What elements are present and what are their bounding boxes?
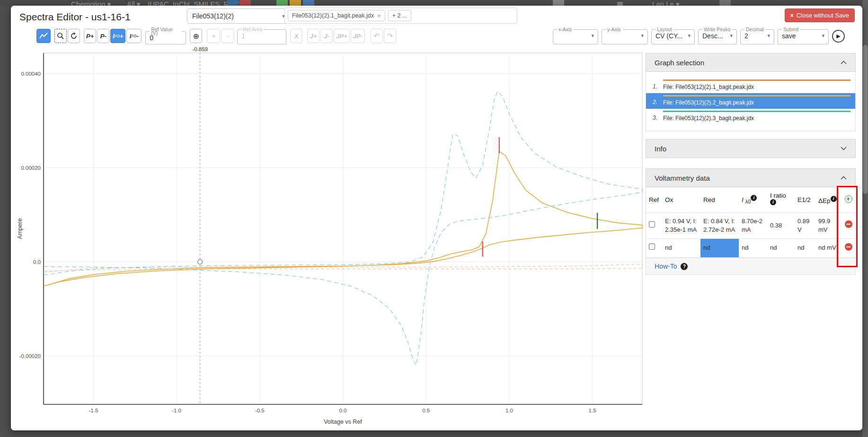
i-lambda0-add-button[interactable]: IΛ0+ (110, 29, 125, 43)
i-lambda0-remove-button[interactable]: IΛ0- (126, 29, 142, 43)
howto-bar: How-To ? (646, 258, 855, 274)
graph-selection-list: 1. File: File053(12)(2).1_bagit.peak.jdx… (646, 72, 856, 131)
ox-cell[interactable]: nd (662, 238, 700, 257)
jp-remove-button[interactable]: JP- (351, 29, 365, 43)
chevron-up-icon (841, 176, 847, 180)
info-header[interactable]: Info (646, 139, 856, 158)
graph-item-3[interactable]: 3. File: File053(12)(2).3_bagit.peak.jdx (646, 109, 855, 124)
i-ratio-cell: nd (767, 238, 795, 257)
right-panel: Graph selection 1. File: File053(12)(2).… (646, 53, 856, 275)
voltammetry-header[interactable]: Voltammetry data (646, 168, 856, 187)
table-row: nd nd nd nd nd nd mV (646, 238, 856, 257)
play-icon: ▶ (836, 33, 840, 39)
svg-text:1.0: 1.0 (505, 408, 513, 413)
col-e-half: E1/2 (795, 187, 815, 212)
spectrum-select[interactable]: File053(12)(2) ▾ (187, 9, 290, 24)
zoom-select-button[interactable] (54, 29, 67, 43)
y-axis-select[interactable]: y-Axis ▾ (602, 27, 648, 44)
ref-checkbox[interactable] (649, 221, 655, 227)
ref-area-input: 1 (241, 32, 245, 40)
delete-icon-button (239, 0, 251, 6)
svg-text:-0.859: -0.859 (192, 46, 208, 52)
i-lambda0-cell[interactable]: 8.70e-2 mA (739, 212, 767, 238)
delta-ep-cell: 99.9 mV (815, 212, 839, 238)
svg-text:-0.00020: -0.00020 (19, 353, 41, 359)
delta-ep-cell: nd mV (815, 238, 839, 257)
more-tabs-button[interactable]: + 2 ... (388, 10, 412, 21)
submit-run-button[interactable]: ▶ (832, 30, 845, 43)
howto-link[interactable]: How-To (655, 262, 677, 270)
red-cell[interactable]: E: 0.84 V, I: 2.72e-2 mA (700, 212, 739, 238)
svg-text:0.0: 0.0 (33, 259, 41, 265)
col-ox: Ox (662, 187, 700, 212)
users-icon-button (553, 0, 564, 6)
submit-select[interactable]: Submit save ▾ (778, 27, 829, 44)
calendar-icon: ▦ (617, 0, 623, 6)
ref-value-field[interactable]: Ref Value (V) 0 (145, 27, 186, 44)
col-i-ratio: I ratio i (767, 187, 795, 212)
info-icon[interactable]: i (831, 196, 837, 202)
line-chart-toggle-button[interactable] (36, 29, 51, 43)
close-icon: × (790, 12, 794, 19)
reset-zoom-button[interactable] (68, 29, 80, 43)
voltammetry-table: Ref Ox Red I λ0i I ratio i E1/2 ΔEpi E: … (646, 187, 856, 258)
set-ref-point-button[interactable]: ⊕ (190, 29, 202, 43)
col-i-lambda0: I λ0i (739, 187, 767, 212)
e-half-cell: 0.89 V (795, 212, 815, 238)
close-tab-icon[interactable]: × (377, 12, 381, 19)
clear-button[interactable]: X (290, 29, 302, 43)
remove-row-icon[interactable] (845, 220, 852, 228)
j-add-button[interactable]: J+ (307, 29, 319, 43)
spectrum-select-value: File053(12)(2) (192, 12, 234, 20)
close-without-save-button[interactable]: × Close without Save (785, 9, 855, 22)
series-color-line (663, 79, 850, 81)
svg-text:0.00040: 0.00040 (21, 71, 41, 77)
cv-chart[interactable]: 0.000400.000200.0-0.00020-1.5-1.0-0.50.0… (14, 45, 644, 428)
chevron-down-icon: ▾ (586, 33, 594, 39)
chevron-down-icon: ▾ (817, 33, 824, 39)
ref-area-field: Ref Area 1 (237, 27, 286, 44)
info-icon[interactable]: i (770, 199, 776, 205)
graph-selection-header[interactable]: Graph selection (646, 53, 856, 72)
graph-item-1[interactable]: 1. File: File053(12)(2).1_bagit.peak.jdx (646, 78, 855, 93)
svg-text:0.5: 0.5 (422, 408, 430, 413)
page-scrollbar[interactable] (862, 0, 868, 437)
svg-text:-1.5: -1.5 (89, 408, 98, 413)
table-header-row: Ref Ox Red I λ0i I ratio i E1/2 ΔEpi (646, 187, 856, 212)
remove-row-icon[interactable] (845, 243, 852, 251)
background-brand: Chemotion ▾ (71, 0, 111, 6)
jp-add-button[interactable]: JP+ (334, 29, 350, 43)
tab-spectrum-file[interactable]: File053(12)(2).1_bagit.peak.jdx × (288, 10, 385, 21)
decimal-select[interactable]: Decimal 2 ▾ (740, 27, 774, 44)
background-user-menu: Lan Le ▾ (652, 0, 680, 6)
add-row-icon[interactable] (845, 195, 852, 203)
layout-select[interactable]: Layout CV (CY... ▾ (651, 27, 695, 44)
graph-item-2[interactable]: 2. File: File053(12)(2).2_bagit.peak.jdx (646, 93, 855, 109)
j-remove-button[interactable]: J- (320, 29, 333, 43)
i-ratio-cell: 0.38 (767, 212, 795, 238)
page-title: Spectra Editor - us1-16-1 (19, 11, 131, 23)
ox-cell[interactable]: E: 0.94 V, I: 2.35e-1 mA (662, 212, 700, 238)
decrease-button[interactable]: - (221, 29, 234, 43)
svg-text:1.5: 1.5 (589, 408, 596, 413)
scrollbar-thumb[interactable] (863, 45, 868, 194)
chevron-down-icon (841, 147, 847, 150)
undo-button[interactable]: ↶ (371, 29, 383, 43)
collapse-icon-button (290, 0, 301, 6)
ref-checkbox[interactable] (649, 244, 655, 250)
peak-remove-button[interactable]: P- (97, 29, 109, 43)
write-peaks-select[interactable]: Write Peaks Desc... ▾ (698, 27, 737, 44)
help-icon[interactable]: ? (681, 263, 688, 270)
redo-button[interactable]: ↷ (384, 29, 396, 43)
voltammetry-table-card: Ref Ox Red I λ0i I ratio i E1/2 ΔEpi E: … (646, 187, 856, 275)
x-axis-select[interactable]: x-Axis ▾ (553, 27, 598, 44)
red-cell-selected[interactable]: nd (700, 238, 739, 257)
ref-value-input[interactable]: 0 (150, 34, 153, 42)
spectra-editor-modal: Spectra Editor - us1-16-1 File053(12)(2)… (11, 6, 862, 430)
table-row: E: 0.94 V, I: 2.35e-1 mA E: 0.84 V, I: 2… (646, 212, 856, 238)
peak-add-button[interactable]: P+ (84, 29, 96, 43)
increase-button[interactable]: + (207, 29, 220, 43)
col-actions (839, 187, 856, 212)
i-lambda0-cell[interactable]: nd (739, 238, 767, 257)
info-icon[interactable]: i (751, 195, 757, 201)
